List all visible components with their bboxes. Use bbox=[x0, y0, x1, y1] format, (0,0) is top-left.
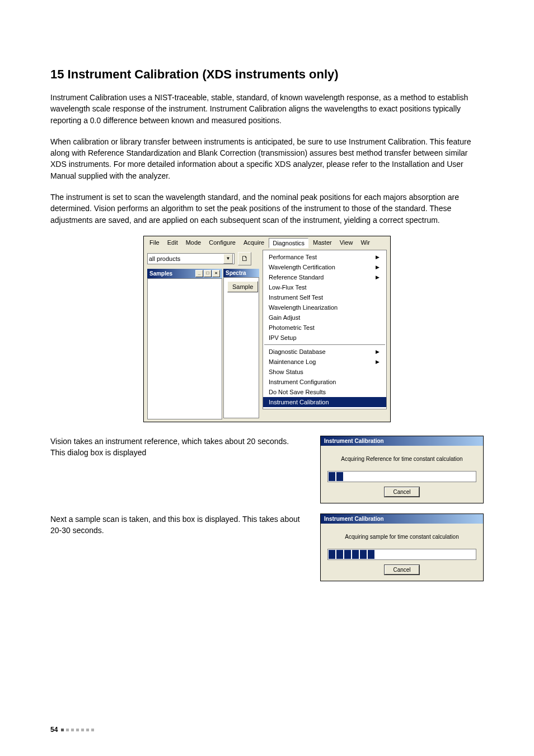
menu-diagnostics[interactable]: Diagnostics bbox=[269, 238, 308, 248]
minimize-icon[interactable]: _ bbox=[195, 270, 203, 277]
spectra-window-title: Spectra bbox=[223, 269, 259, 277]
progress-segment bbox=[368, 550, 374, 559]
reference-dialog: Instrument Calibration Acquiring Referen… bbox=[320, 436, 484, 503]
dropdown-item[interactable]: Show Status bbox=[263, 367, 386, 377]
spectra-window-body: Sample bbox=[223, 277, 259, 418]
paragraph-2: When calibration or library transfer bet… bbox=[50, 136, 484, 181]
progress-segment bbox=[329, 550, 335, 559]
dropdown-item[interactable]: Photometric Test bbox=[263, 323, 386, 333]
dropdown-item-label: Instrument Self Test bbox=[269, 294, 323, 301]
progress-segment bbox=[344, 550, 351, 559]
new-document-icon[interactable]: 🗋 bbox=[238, 252, 251, 265]
submenu-arrow-icon: ▶ bbox=[376, 254, 380, 260]
decorative-dots bbox=[61, 729, 94, 731]
progress-segment bbox=[352, 550, 359, 559]
dropdown-item-label: Photometric Test bbox=[269, 324, 315, 331]
dropdown-item[interactable]: Reference Standard▶ bbox=[263, 272, 386, 282]
submenu-arrow-icon: ▶ bbox=[376, 359, 380, 365]
product-combo[interactable]: all products ▼ bbox=[147, 253, 235, 264]
sample-button[interactable]: Sample bbox=[227, 281, 258, 292]
dropdown-item-label: Wavelength Certification bbox=[269, 264, 335, 270]
menu-configure[interactable]: Configure bbox=[205, 238, 239, 248]
dropdown-item-instrument-calibration[interactable]: Instrument Calibration bbox=[263, 397, 386, 407]
menu-file[interactable]: File bbox=[146, 238, 163, 248]
submenu-arrow-icon: ▶ bbox=[376, 349, 380, 354]
product-combo-value: all products bbox=[149, 255, 180, 262]
dropdown-item-label: IPV Setup bbox=[269, 334, 297, 341]
reference-step-text: Vision takes an instrument reference, wh… bbox=[50, 436, 303, 459]
menu-separator bbox=[264, 344, 385, 345]
page-number: 54 bbox=[50, 726, 58, 734]
maximize-icon[interactable]: □ bbox=[204, 270, 212, 277]
dialog-message: Acquiring Reference for time constant ca… bbox=[321, 446, 483, 466]
dropdown-item-label: Wavelength Linearization bbox=[269, 304, 338, 311]
sample-dialog: Instrument Calibration Acquiring sample … bbox=[320, 514, 484, 581]
dialog-title: Instrument Calibration bbox=[321, 514, 483, 524]
dropdown-item-label: Instrument Calibration bbox=[269, 399, 329, 405]
dropdown-item[interactable]: Performance Test▶ bbox=[263, 252, 386, 262]
menu-mode[interactable]: Mode bbox=[182, 238, 205, 248]
submenu-arrow-icon: ▶ bbox=[376, 274, 380, 280]
spectra-title-text: Spectra bbox=[226, 270, 246, 276]
menu-window-trunc[interactable]: Wir bbox=[357, 238, 373, 248]
dropdown-item-label: Gain Adjust bbox=[269, 314, 300, 321]
progress-segment bbox=[360, 550, 367, 559]
cancel-button[interactable]: Cancel bbox=[385, 565, 419, 575]
menu-edit[interactable]: Edit bbox=[164, 238, 181, 248]
progress-segment bbox=[336, 550, 343, 559]
dropdown-item[interactable]: Diagnostic Database▶ bbox=[263, 347, 386, 357]
submenu-arrow-icon: ▶ bbox=[376, 264, 380, 270]
dialog-message: Acquiring sample for time constant calcu… bbox=[321, 524, 483, 544]
dropdown-item[interactable]: Wavelength Certification▶ bbox=[263, 262, 386, 272]
progress-segment bbox=[329, 472, 335, 481]
menu-acquire[interactable]: Acquire bbox=[240, 238, 268, 248]
dropdown-item[interactable]: Low-Flux Test bbox=[263, 282, 386, 292]
samples-window-body bbox=[147, 278, 222, 419]
dropdown-item-label: Do Not Save Results bbox=[269, 389, 326, 395]
progress-bar bbox=[327, 549, 476, 560]
menubar: File Edit Mode Configure Acquire Diagnos… bbox=[144, 236, 390, 250]
dropdown-item[interactable]: Wavelength Linearization bbox=[263, 302, 386, 312]
dialog-title: Instrument Calibration bbox=[321, 436, 483, 446]
dropdown-item-label: Instrument Configuration bbox=[269, 379, 336, 385]
dropdown-item-label: Reference Standard bbox=[269, 274, 324, 281]
dropdown-item-label: Maintenance Log bbox=[269, 358, 316, 365]
dropdown-item[interactable]: Gain Adjust bbox=[263, 312, 386, 323]
dropdown-item-label: Diagnostic Database bbox=[269, 348, 326, 355]
paragraph-1: Instrument Calibration uses a NIST-trace… bbox=[50, 92, 484, 126]
close-icon[interactable]: × bbox=[212, 270, 220, 277]
progress-segment bbox=[336, 472, 343, 481]
sample-step-text: Next a sample scan is taken, and this bo… bbox=[50, 514, 303, 536]
page-footer: 54 bbox=[50, 726, 94, 734]
samples-title-text: Samples bbox=[149, 270, 172, 277]
chevron-down-icon[interactable]: ▼ bbox=[223, 254, 233, 264]
dropdown-item[interactable]: Instrument Self Test bbox=[263, 292, 386, 302]
menu-master[interactable]: Master bbox=[310, 238, 335, 248]
menu-screenshot: File Edit Mode Configure Acquire Diagnos… bbox=[143, 236, 391, 422]
paragraph-3: The instrument is set to scan the wavele… bbox=[50, 192, 484, 226]
dropdown-item[interactable]: IPV Setup bbox=[263, 333, 386, 343]
page-heading: 15 Instrument Calibration (XDS instrumen… bbox=[50, 67, 484, 82]
progress-bar bbox=[327, 471, 476, 482]
dropdown-item[interactable]: Instrument Configuration bbox=[263, 377, 386, 387]
dropdown-item-label: Show Status bbox=[269, 368, 303, 375]
dropdown-item[interactable]: Do Not Save Results bbox=[263, 387, 386, 397]
cancel-button[interactable]: Cancel bbox=[385, 487, 419, 497]
menu-view[interactable]: View bbox=[336, 238, 357, 248]
dropdown-item-label: Performance Test bbox=[269, 254, 317, 260]
samples-window-title: Samples _ □ × bbox=[147, 269, 222, 278]
dropdown-item-label: Low-Flux Test bbox=[269, 284, 307, 291]
dropdown-item[interactable]: Maintenance Log▶ bbox=[263, 357, 386, 367]
diagnostics-dropdown: Performance Test▶ Wavelength Certificati… bbox=[263, 250, 387, 409]
